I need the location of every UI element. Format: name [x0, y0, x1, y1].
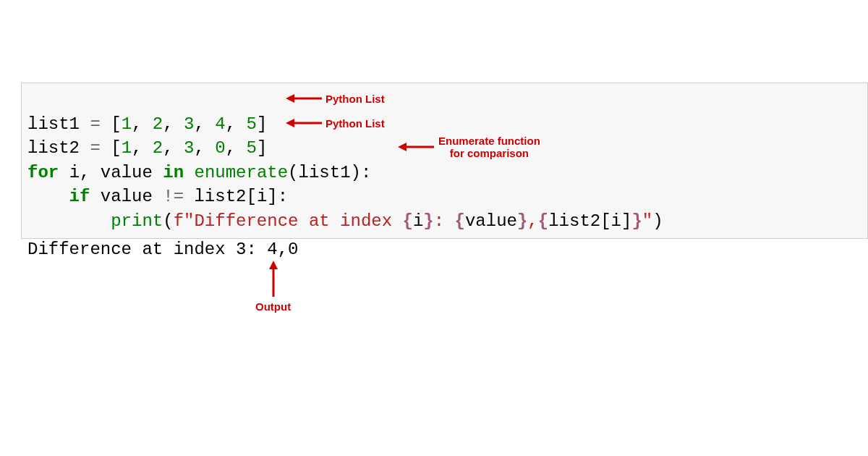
num: 5 — [247, 138, 257, 158]
num: 3 — [184, 138, 194, 158]
str-endquote: " — [642, 211, 652, 231]
interp-open: { — [403, 211, 413, 231]
paren-close: ) — [652, 211, 663, 231]
num: 5 — [247, 114, 257, 134]
fstring-prefix: f" — [174, 211, 195, 231]
code-line-1: list1 = [1, 2, 3, 4, 5] — [27, 114, 267, 134]
arrow-left-icon — [398, 141, 434, 153]
arg-list1: list1 — [299, 163, 351, 182]
var-value: value — [101, 187, 153, 206]
code-block: list1 = [1, 2, 3, 4, 5] list2 = [1, 2, 3… — [21, 83, 868, 239]
code-line-5: print(f"Difference at index {i}: {value}… — [27, 211, 663, 231]
comma: , — [194, 138, 215, 158]
space — [153, 163, 163, 182]
annotation-enumerate-line1: Enumerate function — [438, 135, 540, 147]
num: 1 — [122, 114, 132, 134]
comma: , — [226, 138, 247, 158]
interp-close: } — [631, 211, 642, 231]
space — [59, 163, 69, 182]
bracket-open: [ — [111, 114, 121, 134]
var-list2: list2 — [27, 138, 80, 158]
num: 1 — [122, 138, 132, 158]
arrow-left-icon — [286, 93, 322, 104]
comma: , — [132, 114, 153, 134]
annotation-python-list-2: Python List — [326, 117, 385, 130]
bracket-open: [ — [246, 187, 256, 206]
keyword-for: for — [27, 163, 59, 182]
bracket-open: [ — [111, 138, 121, 158]
annotation-enumerate-line2: for comparison — [438, 147, 540, 159]
annotation-python-list-1: Python List — [326, 93, 385, 105]
interp-value: value — [465, 211, 517, 231]
equals-op: = — [80, 114, 111, 134]
interp-i: i — [413, 211, 423, 231]
output-text: Difference at index 3: 4,0 — [27, 237, 298, 262]
keyword-if: if — [69, 187, 90, 206]
space — [184, 187, 194, 206]
neq-op: != — [163, 187, 184, 206]
num: 4 — [215, 114, 225, 134]
paren-close: ): — [351, 163, 372, 182]
comma: , — [80, 163, 101, 182]
arrow-up-icon — [268, 261, 279, 297]
space — [184, 163, 194, 182]
paren-open: ( — [163, 211, 173, 231]
bracket-close: ] — [257, 114, 267, 134]
indent — [27, 211, 111, 231]
num: 3 — [184, 114, 194, 134]
comma: , — [132, 138, 153, 158]
interp-close: } — [517, 211, 527, 231]
svg-marker-5 — [398, 143, 407, 151]
var-i: i — [257, 187, 267, 206]
num: 2 — [153, 114, 163, 134]
interp-list2i: list2[i] — [548, 211, 631, 231]
annotation-output: Output — [255, 300, 291, 313]
keyword-in: in — [163, 163, 184, 182]
interp-close: } — [423, 211, 433, 231]
svg-marker-3 — [286, 119, 294, 127]
code-line-4: if value != list2[i]: — [27, 187, 288, 206]
fn-enumerate: enumerate — [194, 163, 288, 182]
str-literal: , — [527, 211, 537, 231]
str-literal: Difference at index — [194, 211, 402, 231]
space — [90, 187, 100, 206]
var-i: i — [69, 163, 80, 182]
num: 0 — [215, 138, 225, 158]
fn-print: print — [111, 211, 163, 231]
svg-marker-1 — [286, 94, 294, 103]
interp-open: { — [455, 211, 465, 231]
svg-marker-7 — [269, 261, 278, 269]
space — [153, 187, 163, 206]
annotation-enumerate: Enumerate function for comparison — [438, 135, 540, 160]
comma: , — [163, 114, 184, 134]
arrow-left-icon — [286, 117, 322, 129]
interp-open: { — [538, 211, 548, 231]
bracket-close: ]: — [267, 187, 288, 206]
bracket-close: ] — [257, 138, 267, 158]
str-literal: : — [434, 211, 455, 231]
indent — [27, 187, 69, 206]
var-list2: list2 — [194, 187, 246, 206]
comma: , — [194, 114, 215, 134]
var-value: value — [101, 163, 153, 182]
num: 2 — [153, 138, 163, 158]
code-line-2: list2 = [1, 2, 3, 0, 5] — [27, 138, 267, 158]
paren-open: ( — [288, 163, 298, 182]
comma: , — [163, 138, 184, 158]
var-list1: list1 — [27, 114, 80, 134]
equals-op: = — [80, 138, 111, 158]
comma: , — [226, 114, 247, 134]
code-line-3: for i, value in enumerate(list1): — [27, 163, 371, 182]
